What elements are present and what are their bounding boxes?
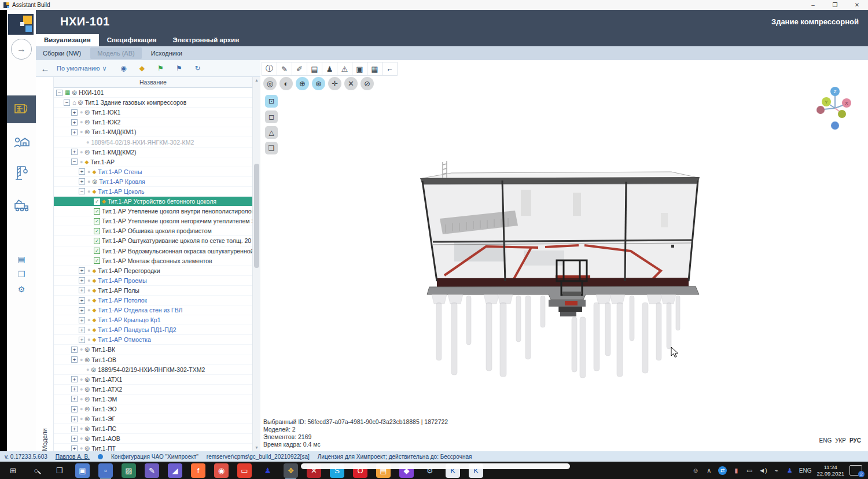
tree-item[interactable]: −●◆Тит.1-АР Цоколь bbox=[54, 187, 252, 197]
lang-eng[interactable]: ENG bbox=[819, 437, 832, 444]
tree-item[interactable]: +●◆Тит.1-АР Пандусы ПД1-ПД2 bbox=[54, 325, 252, 335]
subtab-assemblies[interactable]: Сборки (NW) bbox=[36, 47, 88, 59]
expand-icon[interactable]: + bbox=[71, 406, 78, 412]
gizmo-axis-ball[interactable] bbox=[816, 106, 825, 114]
expand-icon[interactable]: + bbox=[71, 376, 78, 382]
collapse-icon[interactable]: − bbox=[56, 90, 62, 96]
sidebar-item-drawings[interactable] bbox=[7, 95, 36, 123]
expand-icon[interactable]: + bbox=[79, 327, 85, 333]
notifications-icon[interactable]: 2 bbox=[849, 465, 862, 476]
tray-people-icon[interactable]: ☺ bbox=[692, 467, 700, 474]
collapse-icon[interactable]: − bbox=[79, 188, 85, 194]
tray-chevron-up-icon[interactable]: ∧ bbox=[705, 467, 713, 474]
flag-blue-icon[interactable]: ⚑ bbox=[172, 62, 185, 74]
lang-rus[interactable]: РУС bbox=[849, 437, 861, 444]
tree-item[interactable]: ✓Тит.1-АР Монтаж фасонных элементов bbox=[54, 256, 252, 266]
expand-icon[interactable]: + bbox=[71, 436, 78, 442]
sidebar-item-crane[interactable] bbox=[7, 159, 36, 187]
expand-icon[interactable]: + bbox=[71, 129, 78, 135]
expand-icon[interactable]: + bbox=[71, 119, 78, 126]
taskbar-task-view-icon[interactable]: ❐ bbox=[52, 463, 67, 478]
tree-item[interactable]: +●◎Тит.1-АТХ1 bbox=[54, 375, 252, 385]
subtab-model[interactable]: Модель (AB) bbox=[90, 47, 142, 59]
expand-icon[interactable]: + bbox=[79, 277, 85, 283]
tray-network-icon[interactable]: ⌁ bbox=[773, 467, 781, 474]
expand-icon[interactable]: + bbox=[71, 416, 78, 422]
tree-item[interactable]: −⌂◎Тит.1 Здание газовых компрессоров bbox=[54, 98, 252, 108]
tree-item[interactable]: ✓Тит.1-АР Утепление цоколя внутри пенопо… bbox=[54, 207, 252, 216]
tree-item[interactable]: +●◎Тит.1-АР Кровля bbox=[54, 177, 252, 187]
zoom-selected-icon[interactable]: ⊛ bbox=[312, 77, 325, 90]
expand-icon[interactable]: + bbox=[79, 317, 85, 323]
model-cube-icon[interactable]: ◆ bbox=[135, 62, 148, 74]
taskbar-desktop-app-icon[interactable]: ▣ bbox=[75, 463, 90, 478]
expand-icon[interactable]: + bbox=[79, 178, 85, 185]
tree-item[interactable]: +●◎Тит.1-АОВ bbox=[54, 434, 252, 444]
zoom-region-icon[interactable]: ◻ bbox=[265, 110, 278, 123]
tray-display-icon[interactable]: ▭ bbox=[745, 467, 753, 474]
expand-icon[interactable]: + bbox=[79, 168, 85, 175]
close-button[interactable]: ✕ bbox=[846, 1, 868, 10]
tree-item[interactable]: +●◎Тит.1-КМД(КМ2) bbox=[54, 148, 252, 157]
tree-item[interactable]: +●◆Тит.1-АР Потолок bbox=[54, 296, 252, 305]
taskbar-chrome-icon[interactable]: ◉ bbox=[214, 463, 229, 478]
refresh-icon[interactable]: ↻ bbox=[191, 62, 204, 74]
tray-person-tray-icon[interactable]: ♟ bbox=[786, 467, 794, 474]
expand-icon[interactable]: + bbox=[71, 445, 78, 451]
tree-item[interactable]: +●◆Тит.1-АР Отмостка bbox=[54, 335, 252, 345]
tree-item[interactable]: +●◎Тит.1-ПС bbox=[54, 424, 252, 434]
tray-teamviewer-icon[interactable]: ⇄ bbox=[718, 466, 727, 475]
tree-item[interactable]: −▦◎НХИ-101 bbox=[54, 88, 252, 98]
preset-dropdown[interactable]: По умолчанию ∨ bbox=[54, 64, 109, 73]
expand-icon[interactable]: + bbox=[71, 149, 78, 155]
collapse-icon[interactable]: − bbox=[71, 159, 78, 165]
print-icon[interactable]: ❏ bbox=[265, 142, 278, 154]
minimize-button[interactable]: – bbox=[802, 1, 824, 10]
sidebar-item-estimates[interactable]: ▤ bbox=[7, 252, 36, 267]
tree-item[interactable]: ✓Тит.1-АР Обшивка цоколя профлистом bbox=[54, 226, 252, 236]
expand-icon[interactable]: + bbox=[79, 287, 85, 293]
tree-item[interactable]: +●◆Тит.1-АР Стены bbox=[54, 167, 252, 177]
collapse-view-icon[interactable]: ✕ bbox=[344, 77, 358, 90]
expand-icon[interactable]: + bbox=[71, 426, 78, 432]
scrollbar-thumb[interactable] bbox=[254, 164, 259, 268]
calendar-icon[interactable]: ▦ bbox=[367, 62, 382, 76]
tree-item[interactable]: ●1889/54-02/19-НХИ-ЯНГКМ-302-КМ2 bbox=[54, 137, 252, 147]
taskbar-photos-icon[interactable]: ▨ bbox=[122, 463, 136, 478]
tree-item[interactable]: +●◆Тит.1-АР Перегородки bbox=[54, 266, 252, 276]
worker-icon[interactable]: ♟ bbox=[322, 62, 337, 76]
hide-elements-icon[interactable]: ⊘ bbox=[361, 77, 374, 90]
tab-specification[interactable]: Спецификация bbox=[99, 34, 165, 46]
expand-icon[interactable]: + bbox=[79, 267, 85, 274]
lang-ukr[interactable]: УКР bbox=[835, 437, 846, 444]
taskbar-firefox-icon[interactable]: f bbox=[191, 463, 205, 478]
taskbar-save-manager-icon[interactable]: ▫ bbox=[98, 463, 113, 478]
tree-item[interactable]: +●◎Тит.1-ОВ bbox=[54, 355, 252, 365]
taskbar-person-app-icon[interactable]: ♟ bbox=[260, 463, 275, 478]
tree-item[interactable]: +●◎Тит.1-АТХ2 bbox=[54, 385, 252, 395]
tree-item[interactable]: +●◎Тит.1-ВК bbox=[54, 345, 252, 355]
current-user-link[interactable]: Павлов А. В. bbox=[56, 454, 90, 460]
tree-item[interactable]: −●◆Тит.1-АР bbox=[54, 157, 252, 167]
scroll-down-icon[interactable]: ▼ bbox=[253, 444, 260, 451]
pick-element-icon[interactable]: ✎ bbox=[277, 62, 292, 76]
navigation-gizmo[interactable]: Z Y X bbox=[813, 84, 857, 135]
sidebar-item-construction[interactable] bbox=[7, 129, 36, 157]
tree-item[interactable]: +●◆Тит.1-АР Проемы bbox=[54, 276, 252, 286]
taskbar-start-icon[interactable]: ⊞ bbox=[6, 463, 20, 478]
sidebar-item-library[interactable]: ❒ bbox=[7, 267, 36, 282]
expand-icon[interactable]: + bbox=[79, 307, 85, 314]
tray-language[interactable]: ENG bbox=[799, 467, 812, 474]
tree-column-header[interactable]: Название bbox=[54, 77, 252, 88]
tree-item[interactable]: +●◎Тит.1-ЭГ bbox=[54, 414, 252, 424]
tree-item[interactable]: ●◎1889/54-02/19-НХИ-ЯНГКМ-302-ТХМ2 bbox=[54, 365, 252, 375]
taskbar-search-icon[interactable]: ○ bbox=[29, 463, 43, 478]
camera-icon[interactable]: ▣ bbox=[352, 62, 367, 76]
expand-view-icon[interactable]: ✛ bbox=[328, 77, 341, 90]
expand-icon[interactable]: + bbox=[71, 396, 78, 402]
view-settings-icon[interactable]: ◎ bbox=[263, 77, 277, 90]
tree-item[interactable]: ✓Тит.1-АР Оштукатуривание цоколя по сетк… bbox=[54, 236, 252, 246]
tab-models-vertical[interactable]: Модели bbox=[41, 93, 48, 451]
measure-icon[interactable]: △ bbox=[265, 126, 278, 139]
report-icon[interactable]: ▤ bbox=[307, 62, 322, 76]
